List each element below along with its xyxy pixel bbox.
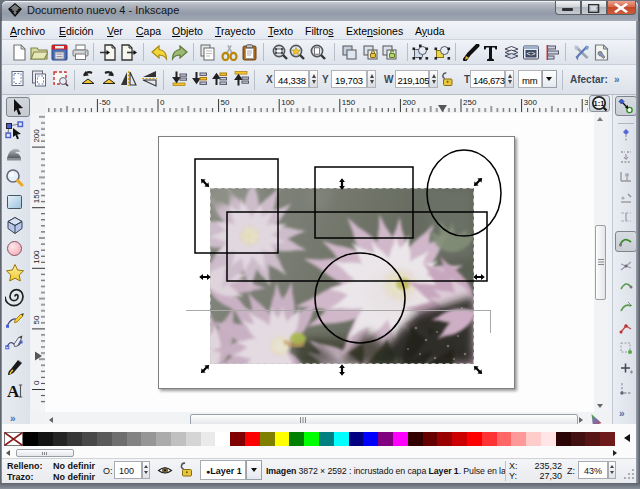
svg-text:200: 200 (32, 129, 41, 143)
svg-text:150: 150 (32, 189, 41, 203)
svg-text:150: 150 (342, 98, 356, 107)
svg-text:300: 300 (524, 98, 538, 107)
svg-text:250: 250 (463, 98, 477, 107)
svg-text:100: 100 (32, 250, 41, 264)
svg-text:-50: -50 (99, 98, 111, 107)
svg-text:200: 200 (402, 98, 416, 107)
svg-text:50: 50 (221, 98, 230, 107)
svg-text:100: 100 (281, 98, 295, 107)
svg-text:50: 50 (32, 315, 41, 324)
svg-text:1:1: 1:1 (594, 99, 605, 108)
svg-text:A: A (7, 382, 20, 401)
svg-text:0: 0 (32, 380, 41, 385)
svg-text:0: 0 (160, 98, 165, 107)
svg-text:<>: <> (526, 50, 536, 58)
